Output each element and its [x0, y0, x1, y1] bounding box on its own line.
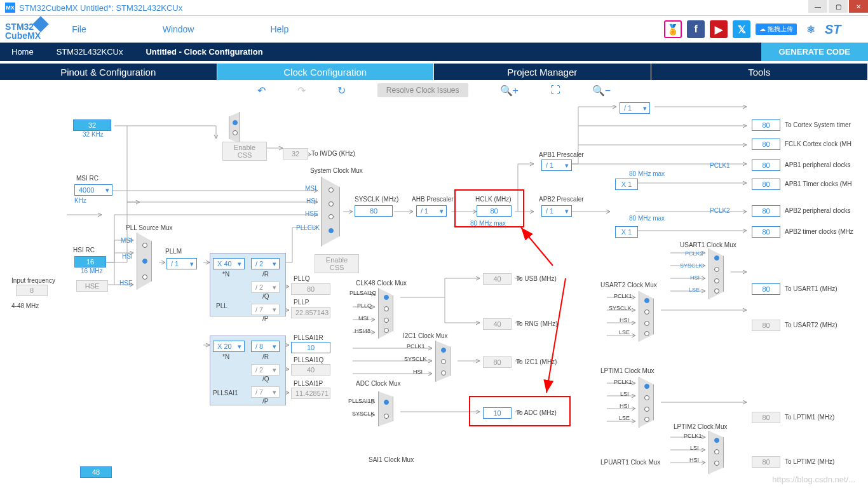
lbl-pllsai1: PLLSAI1 — [213, 390, 238, 396]
mux-adc[interactable] — [378, 391, 393, 426]
mux-i2c1[interactable] — [435, 341, 451, 382]
st-logo: ST — [825, 19, 863, 39]
logo-line2: CubeMX — [5, 30, 41, 41]
sel-apb1[interactable]: / 1 — [541, 159, 572, 171]
apb1-x1: X 1 — [615, 179, 638, 190]
sel-pllsaiq[interactable]: / 2 — [251, 364, 280, 376]
tab-tools[interactable]: Tools — [651, 64, 869, 80]
lbl-pclk1-lp2: PCLK1 — [684, 433, 702, 439]
resolve-button[interactable]: Resolve Clock Issues — [377, 83, 468, 97]
hclk-value[interactable]: 80 — [477, 205, 512, 217]
pllsai1q-value: 40 — [291, 364, 330, 376]
lbl-pllq-in: PLLQ — [357, 302, 372, 309]
sel-pllp[interactable]: / 7 — [251, 304, 280, 315]
zoom-out-icon[interactable]: 🔍− — [592, 85, 611, 97]
clock-diagram[interactable]: 32 32 KHz Enable CSS 32 To IWDG (KHz) MS… — [0, 100, 868, 488]
mux-iwdg[interactable] — [229, 112, 240, 144]
lbl-hclkmax: 80 MHz max — [470, 220, 506, 227]
sel-apb2[interactable]: / 1 — [541, 205, 572, 217]
sysclk-value[interactable]: 80 — [355, 205, 393, 217]
lbl-hsi-lp2: HSI — [689, 457, 699, 463]
lbl-pllsain: *N — [222, 353, 229, 360]
mux-sysclock[interactable] — [321, 177, 340, 247]
tab-pinout[interactable]: Pinout & Configuration — [0, 64, 217, 80]
usart1-value[interactable]: 80 — [752, 283, 780, 295]
sel-pllsain[interactable]: X 20 — [213, 341, 245, 352]
generate-code-button[interactable]: GENERATE CODE — [761, 43, 868, 61]
enable-css1[interactable]: Enable CSS — [222, 142, 267, 161]
menu-help[interactable]: Help — [270, 24, 288, 34]
share-icon[interactable]: ⚛ — [802, 20, 820, 38]
lbl-lptim2: To LPTIM2 (MHz) — [785, 458, 834, 465]
zoom-in-icon[interactable]: 🔍+ — [500, 85, 519, 97]
tab-clock[interactable]: Clock Configuration — [217, 64, 435, 80]
hse-box[interactable]: HSE — [76, 280, 108, 292]
redo-icon[interactable]: ↷ — [297, 85, 306, 97]
sel-plln[interactable]: X 40 — [213, 258, 245, 269]
menu-window[interactable]: Window — [163, 24, 194, 34]
sel-pllsaip[interactable]: / 7 — [251, 386, 280, 398]
adc-value[interactable]: 10 — [483, 407, 512, 419]
twitter-icon[interactable]: 𝕏 — [733, 20, 750, 38]
mux-usart1[interactable] — [709, 248, 724, 299]
sel-pllr[interactable]: / 2 — [251, 258, 280, 269]
app-icon: MX — [5, 3, 15, 13]
maximize-button[interactable]: ▢ — [829, 0, 848, 13]
facebook-icon[interactable]: f — [687, 20, 705, 38]
lbl-ahbpre: AHB Prescaler — [412, 196, 454, 203]
sel-ahb[interactable]: / 1 — [416, 205, 447, 217]
lbl-pllsai1r-in: PLLSAI1R — [348, 398, 375, 404]
box-32khz: 32 — [73, 119, 111, 131]
sel-pllq[interactable]: / 2 — [251, 281, 280, 293]
lbl-pclk2: PCLK2 — [710, 207, 730, 214]
youtube-icon[interactable]: ▶ — [710, 20, 728, 38]
mux-lptim2[interactable] — [709, 431, 724, 474]
mux-pllsrc[interactable] — [137, 233, 152, 290]
fullscreen-icon[interactable]: ⛶ — [550, 85, 560, 96]
close-button[interactable]: ✕ — [849, 0, 868, 13]
lbl-pllclk: PLLCLK — [296, 224, 320, 231]
lbl-usart1: To USART1 (MHz) — [785, 285, 837, 292]
crumb-chip[interactable]: STM32L432KCUx — [45, 43, 135, 61]
lbl-fclk: FCLK Cortex clock (MH — [785, 140, 851, 147]
usb-value: 40 — [483, 273, 512, 285]
lbl-sysclk-u1: SYSCLK — [680, 262, 703, 269]
lbl-lptim1: To LPTIM1 (MHz) — [785, 414, 834, 421]
sel-div1top[interactable]: / 1 — [620, 102, 650, 114]
lbl-cortex: To Cortex System timer — [785, 121, 851, 128]
lbl-sai1mux: SAI1 Clock Mux — [369, 456, 414, 463]
lbl-lse-lp1: LSE — [619, 415, 630, 421]
lbl-pllsrcmux: PLL Source Mux — [126, 224, 173, 231]
lbl-usart1mux: USART1 Clock Mux — [680, 241, 736, 248]
rng-value: 40 — [483, 318, 512, 330]
refresh-icon[interactable]: ↻ — [337, 85, 346, 97]
mux-usart2[interactable] — [639, 291, 654, 342]
lbl-lsi-lp2: LSI — [690, 445, 699, 451]
topbar: STM32 CubeMX File Window Help 🏅 f ▶ 𝕏 ☁ … — [0, 16, 868, 43]
menu-file[interactable]: File — [72, 24, 86, 34]
crumb-page[interactable]: Untitled - Clock Configuration — [134, 43, 274, 61]
lbl-apb1t: APB1 Timer clocks (MH — [785, 180, 852, 187]
lbl-hse2: HSE — [119, 280, 133, 287]
lbl-sysclk-u2: SYSCLK — [609, 305, 632, 311]
watermark: https://blog.csdn.net/... — [772, 475, 855, 484]
lbl-hsi-u2: HSI — [620, 317, 629, 323]
lbl-pllsai1q-in: PLLSAI1Q — [349, 290, 377, 296]
input-freq-value[interactable]: 8 — [16, 285, 48, 296]
tab-project-manager[interactable]: Project Manager — [434, 64, 651, 80]
sel-pllsair[interactable]: / 8 — [251, 341, 280, 352]
enable-css2[interactable]: Enable CSS — [315, 254, 359, 273]
lbl-hsi-lp1: HSI — [620, 403, 629, 409]
sel-pllm[interactable]: / 1 — [166, 258, 197, 269]
badge-icon[interactable]: 🏅 — [664, 20, 682, 38]
crumb-home[interactable]: Home — [0, 43, 45, 61]
lbl-pllsai1q: PLLSAI1Q — [294, 356, 323, 363]
mux-lptim1[interactable] — [639, 377, 654, 428]
msi-value[interactable]: 4000 — [74, 184, 112, 196]
undo-icon[interactable]: ↶ — [257, 85, 266, 97]
mux-clk48[interactable] — [378, 288, 393, 339]
lbl-usb: To USB (MHz) — [516, 275, 557, 282]
lbl-pclk2max: 80 MHz max — [629, 215, 665, 222]
upload-badge[interactable]: ☁ 拖拽上传 — [756, 24, 797, 35]
minimize-button[interactable]: — — [808, 0, 827, 13]
